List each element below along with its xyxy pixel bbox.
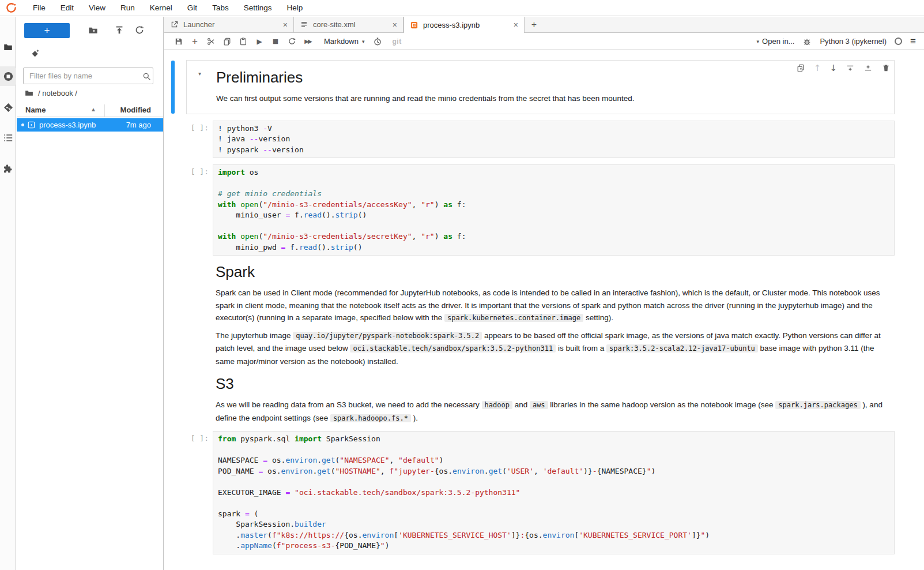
notebook-panel: ↑ ↓ ▾PreliminariesWe can first output so…	[164, 50, 924, 570]
file-list-header: Name ▲ Modified	[17, 104, 163, 117]
code-editor[interactable]: from pyspark.sql import SparkSession NAM…	[213, 431, 895, 554]
list-icon	[3, 133, 13, 143]
markdown-paragraph: As we will be reading data from an S3 bu…	[216, 399, 895, 425]
open-in-dropdown[interactable]: ▾ Open in...	[757, 37, 795, 46]
tab-core-site-xml[interactable]: core-site.xml ×	[294, 17, 403, 32]
cell-prompt: [ ]:	[186, 121, 213, 132]
markdown-rendered[interactable]: SparkSpark can be used in Client mode (r…	[186, 262, 895, 367]
markdown-cell[interactable]: S3As we will be reading data from an S3 …	[186, 374, 895, 425]
kernel-status-area: ▾ Open in... Python 3 (ipykernel) ≡	[757, 36, 924, 46]
git-toolbar-button[interactable]: git	[393, 38, 402, 46]
sidebar-tab-extensions[interactable]	[0, 160, 16, 177]
unsaved-dot-icon	[21, 123, 24, 126]
menu-item-settings[interactable]: Settings	[236, 0, 280, 16]
inline-code: spark.hadoopo.fs.*	[330, 414, 411, 422]
menu-item-view[interactable]: View	[81, 0, 113, 16]
restart-kernel-icon[interactable]	[284, 34, 300, 49]
menu-item-file[interactable]: File	[25, 0, 53, 16]
section-heading: Spark	[216, 262, 895, 281]
main-area: Launcher × core-site.xml × process-s3.ip…	[164, 17, 924, 570]
tab-launcher[interactable]: Launcher ×	[164, 17, 294, 32]
menu-item-edit[interactable]: Edit	[53, 0, 81, 16]
filter-files-input[interactable]	[23, 68, 153, 84]
restart-run-all-icon[interactable]: ▶▶	[300, 34, 316, 49]
markdown-paragraph: We can first output some versions that a…	[216, 92, 885, 105]
chevron-down-icon: ▾	[362, 39, 365, 44]
sidebar-tab-toc[interactable]	[0, 129, 16, 147]
kernel-status-icon[interactable]	[895, 38, 902, 45]
search-icon	[142, 72, 152, 81]
inline-code: quay.io/jupyter/pyspark-notebook:spark-3…	[293, 332, 482, 340]
menu-bar-items: FileEditViewRunKernelGitTabsSettingsHelp	[25, 0, 310, 16]
paste-cells-icon[interactable]	[235, 34, 251, 49]
cell-toolbar: ↑ ↓	[796, 63, 891, 73]
inline-code: spark.jars.packages	[775, 401, 860, 409]
insert-cell-below-icon[interactable]	[863, 63, 873, 73]
copy-cells-icon[interactable]	[219, 34, 235, 49]
menu-item-git[interactable]: Git	[180, 0, 205, 16]
new-folder-icon[interactable]	[88, 25, 99, 36]
menu-item-run[interactable]: Run	[113, 0, 142, 16]
tab-process-s3-ipynb[interactable]: process-s3.ipynb ×	[403, 17, 525, 33]
kernel-name[interactable]: Python 3 (ipykernel)	[820, 37, 887, 46]
section-heading: Preliminaries	[216, 68, 885, 87]
markdown-rendered[interactable]: S3As we will be reading data from an S3 …	[186, 374, 895, 425]
code-cell[interactable]: [ ]:import os # get minio credentials wi…	[186, 164, 895, 256]
cell-prompt: [ ]:	[186, 431, 213, 442]
new-tab-button[interactable]: +	[525, 17, 544, 32]
close-tab-icon[interactable]: ×	[509, 20, 518, 29]
hamburger-menu-icon[interactable]: ≡	[910, 36, 916, 46]
file-row-selected[interactable]: process-s3.ipynb 7m ago	[17, 118, 163, 132]
debugger-bug-icon[interactable]	[802, 37, 812, 46]
tab-label: Launcher	[183, 20, 214, 29]
new-launcher-button[interactable]: +	[24, 23, 70, 38]
upload-icon[interactable]	[114, 25, 125, 35]
cell-type-value: Markdown	[324, 37, 359, 46]
execution-time-icon[interactable]	[369, 34, 386, 49]
notebook-toolbar: + ▶ ■ ▶▶ Markdown ▾	[164, 33, 924, 50]
menu-item-tabs[interactable]: Tabs	[205, 0, 236, 16]
cell-collapser-icon[interactable]: ▾	[198, 70, 201, 77]
save-icon[interactable]	[171, 34, 187, 49]
cell-type-select[interactable]: Markdown ▾	[324, 37, 365, 46]
code-editor[interactable]: import os # get minio credentials with o…	[213, 164, 895, 256]
name-column-header[interactable]: Name	[25, 106, 46, 114]
file-name: process-s3.ipynb	[39, 121, 96, 129]
code-cell[interactable]: [ ]:! python3 -V ! java --version ! pysp…	[186, 121, 895, 159]
home-folder-icon	[24, 88, 34, 98]
markdown-paragraph: Spark can be used in Client mode (recomm…	[216, 287, 895, 325]
git-init-icon[interactable]	[31, 48, 40, 58]
file-browser-panel: + / notebook / Name ▲ Modified	[17, 17, 164, 570]
notebook-icon	[410, 21, 418, 29]
refresh-icon[interactable]	[134, 25, 145, 35]
tab-label: process-s3.ipynb	[423, 21, 480, 29]
run-cell-icon[interactable]: ▶	[251, 34, 267, 49]
menu-item-kernel[interactable]: Kernel	[142, 0, 180, 16]
cut-cells-icon[interactable]	[203, 34, 219, 49]
move-cell-up-icon[interactable]: ↑	[814, 63, 821, 73]
code-cell[interactable]: [ ]:from pyspark.sql import SparkSession…	[186, 431, 895, 554]
markdown-cell[interactable]: ▾PreliminariesWe can first output some v…	[186, 60, 895, 114]
markdown-cell[interactable]: SparkSpark can be used in Client mode (r…	[186, 262, 895, 367]
selected-cell-indicator[interactable]	[171, 61, 175, 114]
move-cell-down-icon[interactable]: ↓	[829, 63, 837, 73]
breadcrumb[interactable]: / notebook /	[24, 87, 77, 99]
markdown-paragraph: The jupyterhub image quay.io/jupyter/pys…	[216, 329, 895, 368]
duplicate-cell-icon[interactable]	[796, 63, 805, 73]
inline-code: hadoop	[482, 401, 512, 409]
stop-kernel-icon[interactable]: ■	[267, 34, 284, 49]
close-tab-icon[interactable]: ×	[388, 20, 397, 29]
sidebar-tab-file-browser[interactable]	[0, 39, 16, 56]
sidebar-tab-git[interactable]	[0, 99, 16, 116]
inline-code: oci.stackable.tech/sandbox/spark:3.5.2-p…	[350, 344, 556, 352]
code-editor[interactable]: ! python3 -V ! java --version ! pyspark …	[213, 121, 895, 159]
close-tab-icon[interactable]: ×	[278, 20, 288, 29]
menu-item-help[interactable]: Help	[279, 0, 310, 16]
sidebar-tab-running[interactable]	[0, 68, 16, 85]
markdown-rendered[interactable]: ▾PreliminariesWe can first output some v…	[186, 60, 895, 114]
delete-cell-icon[interactable]	[881, 63, 891, 73]
menu-bar: FileEditViewRunKernelGitTabsSettingsHelp	[0, 0, 924, 16]
add-cell-icon[interactable]: +	[187, 34, 203, 49]
insert-cell-above-icon[interactable]	[846, 63, 855, 73]
modified-column-header[interactable]: Modified	[120, 106, 151, 114]
